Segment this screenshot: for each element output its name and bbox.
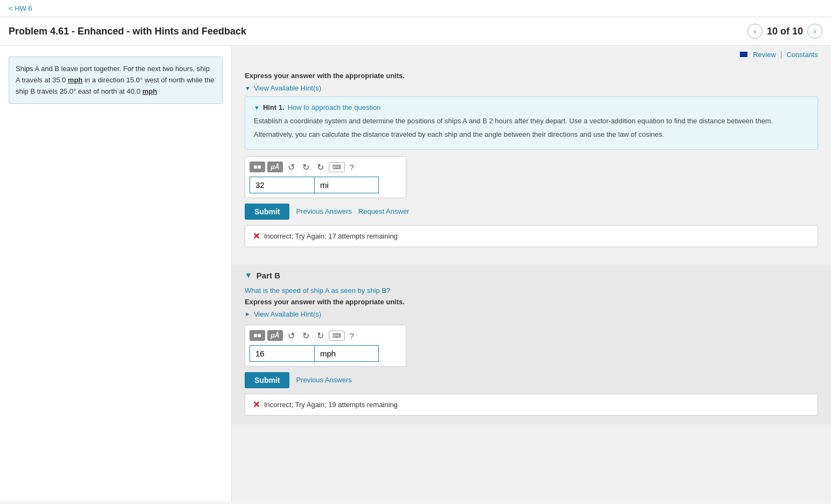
pagination-label: 10 of 10: [767, 26, 803, 37]
top-actions-bar: Review | Constants: [232, 46, 831, 63]
toolbar-fraction-btn-b[interactable]: ■■: [250, 330, 265, 341]
answer-area-a: ■■ μÅ ↺ ↻ ↻ ⌨ ?: [245, 156, 406, 198]
sidebar: Ships A and B leave port together. For t…: [0, 46, 232, 501]
prev-answers-link-b[interactable]: Previous Answers: [296, 376, 351, 384]
hints-toggle-a[interactable]: ▼ View Available Hint(s): [245, 84, 818, 92]
submit-row-a: Submit Previous Answers Request Answer: [245, 204, 818, 220]
toolbar-mu-btn-b[interactable]: μÅ: [267, 330, 283, 341]
express-label-b: Express your answer with the appropriate…: [245, 298, 818, 306]
part-b-arrow[interactable]: ▼: [245, 271, 252, 279]
toolbar-keyboard-btn-b[interactable]: ⌨: [329, 331, 345, 341]
review-link[interactable]: Review: [753, 51, 776, 59]
submit-button-a[interactable]: Submit: [245, 204, 289, 220]
pagination-controls: ‹ 10 of 10 ›: [747, 24, 822, 39]
hints-section-b: ► View Available Hint(s): [245, 310, 818, 318]
hint-box-a: ▼ Hint 1. How to approach the question E…: [245, 96, 818, 150]
answer-toolbar-b: ■■ μÅ ↺ ↻ ↻ ⌨ ?: [250, 330, 401, 342]
value-input-a[interactable]: [250, 177, 314, 193]
toolbar-undo-btn-a[interactable]: ↺: [285, 161, 297, 173]
incorrect-icon-b: ✕: [253, 400, 260, 410]
part-b-inner: What is the speed of ship A as seen by s…: [245, 286, 818, 424]
hint-label-a: Hint 1.: [263, 103, 285, 111]
hints-toggle-label-a: View Available Hint(s): [254, 84, 321, 92]
toolbar-undo-btn-b[interactable]: ↺: [285, 330, 297, 342]
hints-arrow-a: ▼: [245, 85, 251, 92]
problem-text-box: Ships A and B leave port together. For t…: [9, 57, 223, 104]
unit-input-b[interactable]: [314, 345, 379, 362]
hint-title-a: ▼ Hint 1. How to approach the question: [254, 103, 809, 111]
toolbar-fraction-btn-a[interactable]: ■■: [250, 162, 265, 172]
submit-row-b: Submit Previous Answers: [245, 372, 818, 388]
constants-link[interactable]: Constants: [786, 51, 818, 59]
answer-inputs-a: [250, 177, 401, 193]
prev-problem-button[interactable]: ‹: [747, 24, 763, 39]
feedback-text-a: Incorrect; Try Again; 17 attempts remain…: [264, 232, 398, 240]
separator: |: [780, 50, 782, 59]
toolbar-mu-btn-a[interactable]: μÅ: [267, 162, 283, 172]
toolbar-refresh-btn-b[interactable]: ↻: [314, 330, 327, 342]
toolbar-redo-btn-b[interactable]: ↻: [300, 330, 312, 342]
next-problem-button[interactable]: ›: [807, 24, 822, 39]
value-input-b[interactable]: [250, 345, 314, 362]
content-inner: Express your answer with the appropriate…: [232, 63, 831, 256]
answer-toolbar-a: ■■ μÅ ↺ ↻ ↻ ⌨ ?: [250, 161, 401, 173]
hints-toggle-b[interactable]: ► View Available Hint(s): [245, 310, 818, 318]
request-answer-link-a[interactable]: Request Answer: [358, 207, 410, 215]
hints-section-a: ▼ View Available Hint(s) ▼ Hint 1. How t…: [245, 84, 818, 150]
page-title: Problem 4.61 - Enhanced - with Hints and…: [9, 26, 246, 37]
answer-inputs-b: [250, 345, 401, 362]
page-header: Problem 4.61 - Enhanced - with Hints and…: [0, 17, 831, 46]
part-b-question: What is the speed of ship A as seen by s…: [245, 286, 818, 295]
feedback-box-b: ✕ Incorrect; Try Again; 19 attempts rema…: [245, 394, 818, 416]
part-b-section: ▼ Part B What is the speed of ship A as …: [232, 264, 831, 424]
hints-arrow-b: ►: [245, 311, 251, 317]
top-nav: < HW 6: [0, 0, 831, 17]
toolbar-help-btn-b[interactable]: ?: [347, 330, 356, 341]
hint-arrow-a: ▼: [254, 104, 260, 111]
feedback-text-b: Incorrect; Try Again; 19 attempts remain…: [264, 401, 398, 409]
answer-area-b: ■■ μÅ ↺ ↻ ↻ ⌨ ?: [245, 325, 406, 367]
main-layout: Ships A and B leave port together. For t…: [0, 46, 831, 501]
submit-button-b[interactable]: Submit: [245, 372, 289, 388]
incorrect-icon-a: ✕: [253, 231, 260, 241]
toolbar-refresh-btn-a[interactable]: ↻: [314, 161, 327, 173]
hint-subtitle-a: How to approach the question: [288, 103, 381, 111]
back-link[interactable]: < HW 6: [9, 4, 32, 12]
unit-input-a[interactable]: [314, 177, 379, 193]
part-b-header: ▼ Part B: [245, 271, 818, 280]
review-icon: [740, 52, 747, 57]
hints-toggle-label-b: View Available Hint(s): [254, 310, 321, 318]
main-content: Review | Constants Express your answer w…: [232, 46, 831, 501]
prev-answers-link-a[interactable]: Previous Answers: [296, 207, 351, 215]
feedback-box-a: ✕ Incorrect; Try Again; 17 attempts rema…: [245, 225, 818, 247]
part-b-title: Part B: [257, 271, 280, 280]
toolbar-keyboard-btn-a[interactable]: ⌨: [329, 162, 345, 172]
hint-text1-a: Establish a coordinate system and determ…: [254, 116, 809, 127]
express-label-a: Express your answer with the appropriate…: [245, 72, 818, 80]
hint-text2-a: Alternatively, you can calculate the dis…: [254, 129, 809, 141]
toolbar-help-btn-a[interactable]: ?: [347, 162, 356, 173]
toolbar-redo-btn-a[interactable]: ↻: [300, 161, 312, 173]
